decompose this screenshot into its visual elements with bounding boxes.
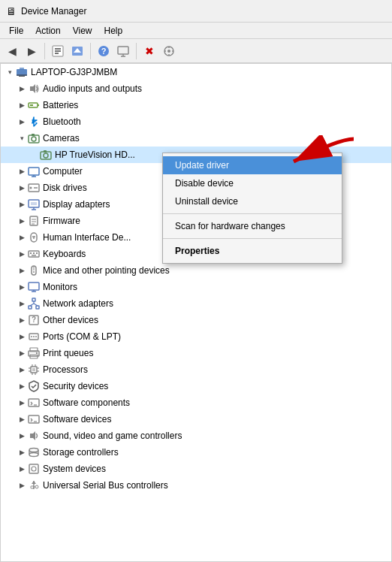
keyboards-icon xyxy=(28,248,40,260)
expand-disk[interactable]: ▶ xyxy=(16,182,28,194)
tree-root[interactable]: ▾ LAPTOP-GJ3PJMBM xyxy=(1,64,391,80)
other-icon: ? xyxy=(28,314,40,326)
menu-view[interactable]: View xyxy=(67,24,98,38)
tree-item-monitors[interactable]: ▶ Monitors xyxy=(1,279,391,295)
expand-keyboards[interactable]: ▶ xyxy=(16,248,28,260)
expand-sound[interactable]: ▶ xyxy=(16,430,28,442)
tree-item-sound[interactable]: ▶ Sound, video and game controllers xyxy=(1,428,391,444)
expand-monitors[interactable]: ▶ xyxy=(16,281,28,293)
hid-icon xyxy=(28,231,40,243)
expand-other[interactable]: ▶ xyxy=(16,314,28,326)
svg-rect-56 xyxy=(29,283,39,290)
cameras-label: Cameras xyxy=(43,133,80,144)
disk-label: Disk drives xyxy=(43,183,87,193)
tree-item-security[interactable]: ▶ Security devices xyxy=(1,378,391,394)
monitors-label: Monitors xyxy=(43,282,77,292)
expand-root[interactable]: ▾ xyxy=(4,66,16,78)
expand-security[interactable]: ▶ xyxy=(16,380,28,392)
expand-print[interactable]: ▶ xyxy=(16,347,28,359)
svg-rect-52 xyxy=(32,255,36,256)
help-button[interactable]: ? xyxy=(95,42,113,60)
tree-item-softwarecomp[interactable]: ▶ Software components xyxy=(1,394,391,411)
ctx-uninstall-device[interactable]: Uninstall device xyxy=(163,192,342,210)
tree-item-other[interactable]: ▶ ? Other devices xyxy=(1,312,391,328)
expand-computer[interactable]: ▶ xyxy=(16,165,28,177)
expand-softwaredev[interactable]: ▶ xyxy=(16,413,28,425)
display-label: Display adapters xyxy=(43,199,110,210)
ctx-properties[interactable]: Properties xyxy=(163,242,342,260)
expand-display[interactable]: ▶ xyxy=(16,198,28,210)
expand-mice[interactable]: ▶ xyxy=(16,264,28,276)
svg-rect-98 xyxy=(29,464,38,473)
batteries-icon xyxy=(28,99,40,111)
tree-item-sysdev[interactable]: ▶ System devices xyxy=(1,461,391,477)
menu-file[interactable]: File xyxy=(3,24,29,38)
uninstall-button[interactable]: ✖ xyxy=(140,42,158,60)
tree-item-usb[interactable]: ▶ Universal Serial Bus controllers xyxy=(1,477,391,494)
update-driver-button[interactable] xyxy=(68,42,86,60)
toolbar-separator-2 xyxy=(90,43,91,59)
bluetooth-icon xyxy=(28,116,40,128)
tree-item-batteries[interactable]: ▶ Batteries xyxy=(1,97,391,113)
properties-button[interactable] xyxy=(49,42,67,60)
forward-button[interactable]: ▶ xyxy=(23,42,41,60)
expand-sysdev[interactable]: ▶ xyxy=(16,463,28,475)
root-icon xyxy=(16,66,28,78)
expand-processors[interactable]: ▶ xyxy=(16,364,28,376)
tree-item-softwaredev[interactable]: ▶ Software devices xyxy=(1,411,391,428)
tree-item-cameras[interactable]: ▾ Cameras xyxy=(1,130,391,147)
monitors-icon xyxy=(28,281,40,293)
bluetooth-label: Bluetooth xyxy=(43,116,81,127)
svg-rect-74 xyxy=(36,352,38,354)
tree-item-ports[interactable]: ▶ Ports (COM & LPT) xyxy=(1,328,391,345)
expand-batteries[interactable]: ▶ xyxy=(16,99,28,111)
tree-item-audio[interactable]: ▶ Audio inputs and outputs xyxy=(1,80,391,97)
tree-item-processors[interactable]: ▶ Processors xyxy=(1,361,391,378)
expand-ports[interactable]: ▶ xyxy=(16,331,28,343)
tree-view[interactable]: ▾ LAPTOP-GJ3PJMBM ▶ Audio xyxy=(1,64,391,561)
storage-label: Storage controllers xyxy=(43,447,119,458)
usb-icon xyxy=(28,479,40,491)
ctx-scan-hardware[interactable]: Scan for hardware changes xyxy=(163,217,342,235)
firmware-label: Firmware xyxy=(43,216,80,226)
expand-cameras[interactable]: ▾ xyxy=(16,132,28,144)
svg-marker-93 xyxy=(30,431,35,440)
svg-point-68 xyxy=(31,336,32,337)
expand-hid[interactable]: ▶ xyxy=(16,231,28,243)
menu-action[interactable]: Action xyxy=(29,24,66,38)
menu-help[interactable]: Help xyxy=(98,24,129,38)
expand-usb[interactable]: ▶ xyxy=(16,479,28,491)
expand-storage[interactable]: ▶ xyxy=(16,446,28,458)
processors-icon xyxy=(28,364,40,376)
svg-rect-27 xyxy=(32,134,35,136)
tree-item-network[interactable]: ▶ Network adapters xyxy=(1,295,391,312)
computer-icon xyxy=(28,165,40,177)
back-button[interactable]: ◀ xyxy=(3,42,21,60)
sysdev-icon xyxy=(28,463,40,475)
disk-icon xyxy=(28,182,40,194)
monitor-button[interactable] xyxy=(114,42,132,60)
ctx-update-driver[interactable]: Update driver xyxy=(163,156,342,174)
svg-point-69 xyxy=(33,336,35,337)
hp-camera-icon xyxy=(40,149,52,161)
tree-item-bluetooth[interactable]: ▶ Bluetooth xyxy=(1,113,391,130)
expand-firmware[interactable]: ▶ xyxy=(16,215,28,227)
svg-rect-20 xyxy=(19,76,25,77)
keyboards-label: Keyboards xyxy=(43,249,86,259)
tree-item-print[interactable]: ▶ Print queues xyxy=(1,345,391,361)
expand-softwarecomp[interactable]: ▶ xyxy=(16,397,28,409)
svg-point-12 xyxy=(167,50,170,53)
mice-label: Mice and other pointing devices xyxy=(43,265,170,276)
mice-icon xyxy=(28,264,40,276)
expand-network[interactable]: ▶ xyxy=(16,298,28,310)
svg-rect-60 xyxy=(29,306,32,309)
svg-rect-31 xyxy=(29,168,39,175)
tree-item-storage[interactable]: ▶ Storage controllers xyxy=(1,444,391,461)
expand-bluetooth[interactable]: ▶ xyxy=(16,116,28,128)
ctx-disable-device[interactable]: Disable device xyxy=(163,174,342,192)
hp-camera-label: HP TrueVision HD... xyxy=(55,150,135,160)
svg-line-87 xyxy=(31,403,32,405)
expand-audio[interactable]: ▶ xyxy=(16,83,28,95)
scan-button[interactable] xyxy=(160,42,178,60)
tree-item-mice[interactable]: ▶ Mice and other pointing devices xyxy=(1,262,391,279)
